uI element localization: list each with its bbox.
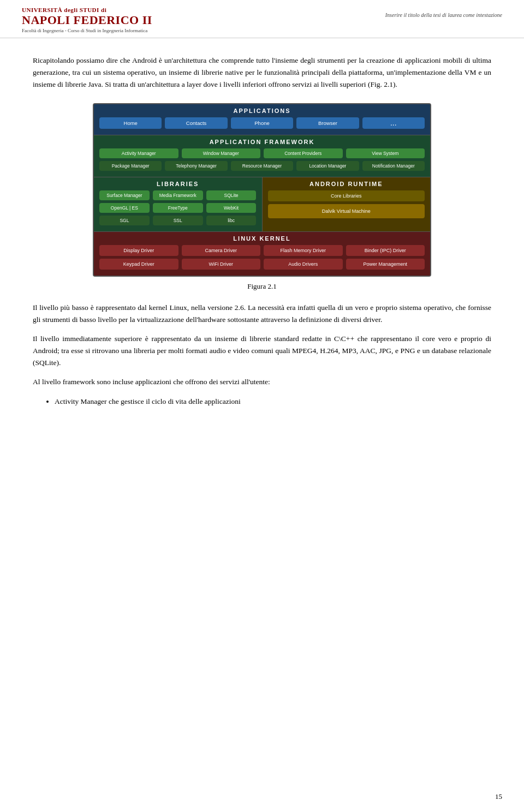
app-contacts: Contacts xyxy=(165,117,227,129)
app-more: ... xyxy=(362,117,425,129)
libraries-row3: SGL SSL libc xyxy=(99,216,257,225)
lib-sqlite: SQLite xyxy=(206,190,257,200)
layer-framework: Application Framework Activity Manager W… xyxy=(94,135,430,177)
diagram-container: Applications Home Contacts Phone Browser… xyxy=(33,103,491,277)
lib-freetype: FreeType xyxy=(153,203,203,213)
layer-applications: Applications Home Contacts Phone Browser… xyxy=(94,104,430,135)
layer-android-runtime: Android Runtime Core Libraries Dalvik Vi… xyxy=(263,177,431,231)
page-number: 15 xyxy=(495,792,502,801)
lib-libc: libc xyxy=(206,216,257,225)
app-phone: Phone xyxy=(231,117,293,129)
kernel-title: Linux Kernel xyxy=(99,235,425,242)
libraries-title: Libraries xyxy=(99,181,257,187)
kernel-wifi-driver: WiFi Driver xyxy=(182,259,261,270)
libraries-row1: Surface Manager Media Framework SQLite xyxy=(99,190,257,200)
kernel-row1: Display Driver Camera Driver Flash Memor… xyxy=(99,245,425,256)
figure-caption: Figura 2.1 xyxy=(33,282,491,291)
paragraph-4: Al livello framework sono incluse applic… xyxy=(33,376,491,388)
fw-activity-manager: Activity Manager xyxy=(99,148,178,158)
paragraph-1: Ricapitolando possiamo dire che Android … xyxy=(33,55,491,90)
bullet-list: Activity Manager che gestisce il ciclo d… xyxy=(55,396,491,408)
university-line2: NAPOLI FEDERICO II xyxy=(22,14,152,27)
runtime-core-libraries: Core Libraries xyxy=(268,190,425,201)
fw-window-manager: Window Manager xyxy=(182,148,261,158)
kernel-display-driver: Display Driver xyxy=(99,245,178,256)
paragraph-2: Il livello più basso è rappresentato dal… xyxy=(33,302,491,325)
runtime-title: Android Runtime xyxy=(268,181,425,187)
fw-package-manager: Package Manager xyxy=(99,161,162,171)
framework-row2: Package Manager Telephony Manager Resour… xyxy=(99,161,425,171)
libraries-row2: OpenGL | ES FreeType WebKit xyxy=(99,203,257,213)
applications-title: Applications xyxy=(99,108,425,114)
lib-ssl: SSL xyxy=(153,216,203,225)
faculty-line: Facoltà di Ingegneria - Corso di Studi i… xyxy=(22,28,152,33)
paragraph-3: Il livello immediatamente superiore è ra… xyxy=(33,333,491,368)
framework-row1: Activity Manager Window Manager Content … xyxy=(99,148,425,158)
app-home: Home xyxy=(99,117,162,129)
layer-libraries: Libraries Surface Manager Media Framewor… xyxy=(94,177,263,231)
runtime-dalvik: Dalvik Virtual Machine xyxy=(268,204,425,218)
lib-surface-manager: Surface Manager xyxy=(99,190,150,200)
kernel-flash-memory-driver: Flash Memory Driver xyxy=(264,245,343,256)
kernel-power-management: Power Management xyxy=(346,259,425,270)
fw-telephony-manager: Telephony Manager xyxy=(165,161,227,171)
fw-content-providers: Content Providers xyxy=(264,148,343,158)
layer-middle: Libraries Surface Manager Media Framewor… xyxy=(94,177,430,231)
kernel-binder-driver: Binder (IPC) Driver xyxy=(346,245,425,256)
header-right-text: Inserire il titolo della tesi di laurea … xyxy=(385,12,502,18)
university-logo: UNIVERSITÀ degli STUDI di NAPOLI FEDERIC… xyxy=(22,7,152,33)
kernel-row2: Keypad Driver WiFi Driver Audio Drivers … xyxy=(99,259,425,270)
lib-webkit: WebKit xyxy=(206,203,257,213)
lib-media-framework: Media Framework xyxy=(153,190,203,200)
main-content: Ricapitolando possiamo dire che Android … xyxy=(0,38,524,431)
layer-linux-kernel: Linux Kernel Display Driver Camera Drive… xyxy=(94,232,430,276)
framework-title: Application Framework xyxy=(99,139,425,145)
bullet-item-1: Activity Manager che gestisce il ciclo d… xyxy=(55,396,491,408)
app-browser: Browser xyxy=(296,117,359,129)
page-header: UNIVERSITÀ degli STUDI di NAPOLI FEDERIC… xyxy=(0,0,524,38)
kernel-audio-drivers: Audio Drivers xyxy=(264,259,343,270)
android-architecture-diagram: Applications Home Contacts Phone Browser… xyxy=(93,103,431,277)
lib-sgl: SGL xyxy=(99,216,150,225)
kernel-camera-driver: Camera Driver xyxy=(182,245,261,256)
fw-location-manager: Location Manager xyxy=(296,161,359,171)
fw-notification-manager: Notification Manager xyxy=(362,161,425,171)
fw-view-system: View System xyxy=(346,148,425,158)
kernel-keypad-driver: Keypad Driver xyxy=(99,259,178,270)
lib-opengl: OpenGL | ES xyxy=(99,203,150,213)
fw-resource-manager: Resource Manager xyxy=(231,161,293,171)
applications-buttons: Home Contacts Phone Browser ... xyxy=(99,117,425,129)
